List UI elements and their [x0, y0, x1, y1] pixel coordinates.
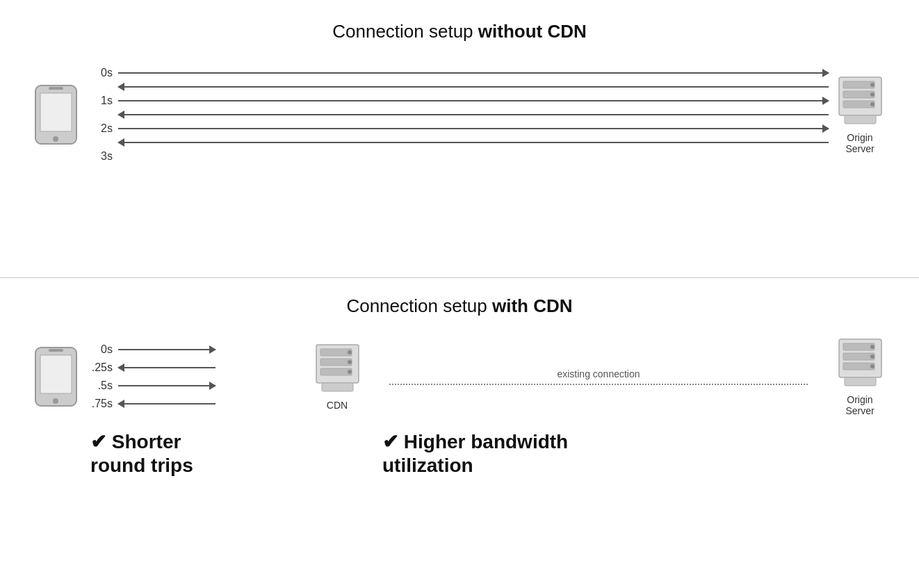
section-with-cdn: Connection setup with CDN 0s — [0, 278, 919, 588]
svg-rect-13 — [40, 355, 72, 393]
top-server-area: OriginServer — [829, 76, 891, 154]
svg-rect-31 — [845, 377, 876, 386]
arrow-row-2s-right: 2s — [90, 122, 829, 135]
svg-rect-14 — [49, 349, 63, 352]
cdn-arrow-right-0s — [118, 349, 215, 350]
svg-point-28 — [870, 345, 875, 349]
svg-rect-27 — [843, 363, 875, 370]
svg-point-10 — [870, 102, 875, 106]
time-label-1s: 1s — [90, 95, 118, 107]
phone-svg-top — [33, 83, 79, 146]
svg-rect-11 — [845, 115, 876, 124]
svg-rect-1 — [40, 93, 72, 131]
benefit-higher-bandwidth: ✔ Higher bandwidthutilization — [382, 430, 891, 477]
svg-point-9 — [870, 92, 875, 97]
svg-rect-7 — [843, 101, 875, 108]
bottom-server-label: OriginServer — [845, 394, 874, 416]
arrow-left-1s — [118, 114, 829, 115]
time-label-2s: 2s — [90, 122, 118, 135]
svg-rect-2 — [49, 87, 63, 90]
top-title-normal: Connection setup — [332, 21, 478, 42]
svg-rect-6 — [843, 91, 875, 98]
existing-connection-area: existing connection — [368, 368, 829, 385]
arrow-row-0s-right: 0s — [90, 67, 829, 79]
dotted-line — [389, 384, 808, 385]
arrow-row-2s-left — [90, 142, 829, 143]
svg-point-22 — [348, 370, 352, 374]
top-title-bold: without CDN — [478, 21, 587, 42]
svg-rect-5 — [843, 81, 875, 88]
arrow-row-1s-left — [90, 114, 829, 115]
svg-point-15 — [53, 398, 58, 404]
cdn-arrow-right-5s — [118, 385, 215, 386]
cdn-arrow-left-75s — [118, 403, 215, 405]
page-container: Connection setup without CDN 0s — [0, 0, 919, 588]
cdn-arrow-row-25s-left: .25s — [90, 361, 306, 374]
origin-server-svg-bottom — [838, 338, 883, 390]
arrow-row-0s-left — [90, 86, 829, 88]
top-diagram-row: 0s 1s — [28, 63, 891, 166]
cdn-time-label-75s: .75s — [90, 398, 118, 410]
cdn-time-label-0s: 0s — [90, 343, 118, 356]
arrow-row-3s: 3s — [90, 150, 829, 163]
server-svg-top — [838, 76, 883, 128]
cdn-server-svg — [315, 343, 360, 395]
time-label-3s: 3s — [90, 150, 118, 163]
cdn-time-label-25s: .25s — [90, 361, 118, 374]
cdn-label: CDN — [327, 400, 348, 411]
top-section-title: Connection setup without CDN — [28, 21, 891, 42]
cdn-server-area: CDN — [306, 343, 368, 411]
svg-rect-26 — [843, 353, 875, 360]
svg-point-29 — [870, 354, 875, 359]
svg-rect-25 — [843, 343, 875, 350]
benefit-shorter-round-trips: ✔ Shorterround trips — [90, 430, 382, 477]
cdn-arrow-row-0s-right: 0s — [90, 343, 306, 356]
arrow-right-2s — [118, 128, 829, 129]
svg-rect-18 — [320, 359, 352, 366]
existing-connection-label: existing connection — [557, 368, 640, 379]
cdn-time-label-5s: .5s — [90, 379, 118, 392]
arrow-row-1s-right: 1s — [90, 95, 829, 107]
bottom-origin-server-area: OriginServer — [829, 338, 891, 416]
svg-point-30 — [870, 364, 875, 368]
time-label-0s: 0s — [90, 67, 118, 79]
svg-rect-23 — [322, 383, 353, 391]
svg-point-20 — [348, 350, 352, 354]
arrow-left-0s — [118, 86, 829, 88]
benefits-row: ✔ Shorterround trips ✔ Higher bandwidthu… — [28, 430, 891, 477]
svg-rect-19 — [320, 368, 352, 375]
phone-icon-top — [28, 83, 83, 146]
bottom-title-normal: Connection setup — [346, 295, 492, 316]
top-server-label: OriginServer — [845, 132, 874, 154]
svg-rect-17 — [320, 349, 352, 356]
phone-icon-bottom — [28, 345, 83, 408]
section-without-cdn: Connection setup without CDN 0s — [0, 0, 919, 278]
cdn-arrow-row-5s-right: .5s — [90, 379, 306, 392]
cdn-arrow-row-75s-left: .75s — [90, 398, 306, 410]
arrow-right-0s — [118, 72, 829, 74]
cdn-arrows-area: 0s .25s .5s .75s — [83, 341, 306, 413]
arrow-right-1s — [118, 100, 829, 101]
phone-svg-bottom — [33, 345, 79, 408]
bottom-diagram-row: 0s .25s .5s .75s — [28, 338, 891, 416]
bottom-section-title: Connection setup with CDN — [28, 295, 891, 317]
svg-point-8 — [870, 83, 875, 87]
svg-point-3 — [53, 136, 58, 142]
bottom-title-bold: with CDN — [492, 295, 573, 316]
arrow-left-2s — [118, 142, 829, 143]
cdn-arrow-left-25s — [118, 367, 215, 368]
top-arrows-area: 0s 1s — [83, 63, 829, 166]
svg-point-21 — [348, 360, 352, 364]
